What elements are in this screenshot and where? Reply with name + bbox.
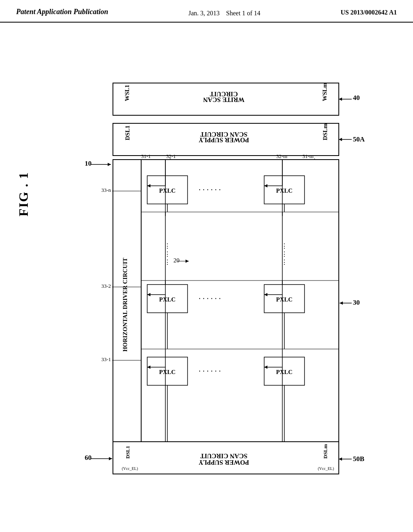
circuit-diagram: WSL1 WRITE SCAN CIRCUIT WSLm 40 DSL1 POW… (52, 79, 383, 502)
svg-marker-79 (264, 366, 267, 369)
svg-text:30: 30 (353, 299, 360, 306)
svg-text:⋮: ⋮ (164, 259, 171, 266)
svg-text:32-1: 32-1 (166, 153, 176, 159)
svg-text:PXLC: PXLC (276, 296, 293, 303)
publication-title: Patent Application Publication (16, 7, 108, 17)
svg-text:WSLm: WSLm (321, 83, 328, 101)
svg-text:· · · · · ·: · · · · · · (199, 367, 221, 376)
page-header: Patent Application Publication Jan. 3, 2… (0, 0, 413, 23)
svg-text:40: 40 (353, 94, 360, 102)
svg-marker-98 (340, 301, 343, 305)
svg-text:33-n: 33-n (101, 187, 111, 193)
svg-text:10: 10 (85, 160, 92, 167)
svg-marker-92 (339, 457, 342, 461)
svg-text:⋮: ⋮ (164, 243, 171, 249)
svg-text:POWER SUPPLY: POWER SUPPLY (198, 459, 249, 466)
svg-text:(Vcc_EL): (Vcc_EL) (122, 466, 138, 471)
svg-text:50A: 50A (353, 135, 365, 143)
svg-marker-15 (339, 138, 342, 141)
svg-marker-95 (109, 457, 112, 460)
svg-text:· · · · · ·: · · · · · · (199, 185, 221, 194)
svg-text:DSLm: DSLm (322, 123, 328, 140)
svg-text:20: 20 (173, 257, 179, 264)
svg-text:PXLC: PXLC (276, 369, 293, 375)
svg-text:(Vcc_EL): (Vcc_EL) (318, 466, 334, 471)
svg-marker-68 (264, 293, 267, 296)
svg-text:PXLC: PXLC (159, 296, 176, 303)
svg-rect-19 (113, 160, 339, 442)
svg-text:33-1: 33-1 (101, 356, 111, 362)
svg-text:· · · · · ·: · · · · · · (199, 294, 221, 303)
svg-marker-62 (147, 293, 150, 296)
svg-marker-58 (186, 260, 189, 263)
svg-marker-18 (108, 163, 111, 166)
svg-text:60: 60 (85, 454, 92, 461)
svg-marker-7 (339, 98, 342, 101)
header-date-sheet: Jan. 3, 2013 Sheet 1 of 14 (188, 7, 260, 18)
figure-label: FIG . 1 (16, 172, 31, 216)
svg-text:31-1: 31-1 (141, 153, 151, 159)
svg-text:PXLC: PXLC (159, 187, 176, 194)
svg-marker-42 (147, 184, 150, 187)
svg-text:SCAN CIRCUIT: SCAN CIRCUIT (200, 453, 247, 459)
svg-text:WSL1: WSL1 (124, 85, 130, 102)
svg-text:50B: 50B (353, 455, 364, 463)
svg-text:33-2: 33-2 (101, 283, 111, 289)
publication-date: Jan. 3, 2013 (188, 10, 219, 17)
sheet-info: Sheet 1 of 14 (226, 10, 261, 17)
main-content: FIG . 1 WSL1 WRITE SCAN CIRCUIT WSLm 40 … (0, 23, 413, 524)
svg-text:⋮: ⋮ (164, 251, 171, 258)
svg-marker-73 (147, 366, 150, 369)
svg-marker-48 (264, 184, 267, 187)
svg-text:CIRCUIT: CIRCUIT (210, 91, 238, 98)
svg-text:32-m: 32-m (276, 153, 287, 159)
svg-text:HORIZONTAL DRIVER CIRCUIT: HORIZONTAL DRIVER CIRCUIT (122, 258, 128, 352)
svg-text:PXLC: PXLC (159, 369, 176, 375)
patent-number: US 2013/0002642 A1 (340, 7, 397, 16)
svg-text:31-m: 31-m (302, 153, 313, 159)
svg-text:DSLm: DSLm (322, 444, 328, 459)
svg-text:DSL1: DSL1 (124, 126, 131, 141)
svg-text:PXLC: PXLC (276, 187, 293, 194)
svg-text:⋮: ⋮ (281, 259, 288, 266)
svg-text:SCAN CIRCUIT: SCAN CIRCUIT (200, 131, 247, 138)
svg-text:⋮: ⋮ (281, 243, 288, 249)
svg-text:DSL1: DSL1 (125, 446, 131, 459)
svg-text:⋮: ⋮ (281, 251, 288, 258)
